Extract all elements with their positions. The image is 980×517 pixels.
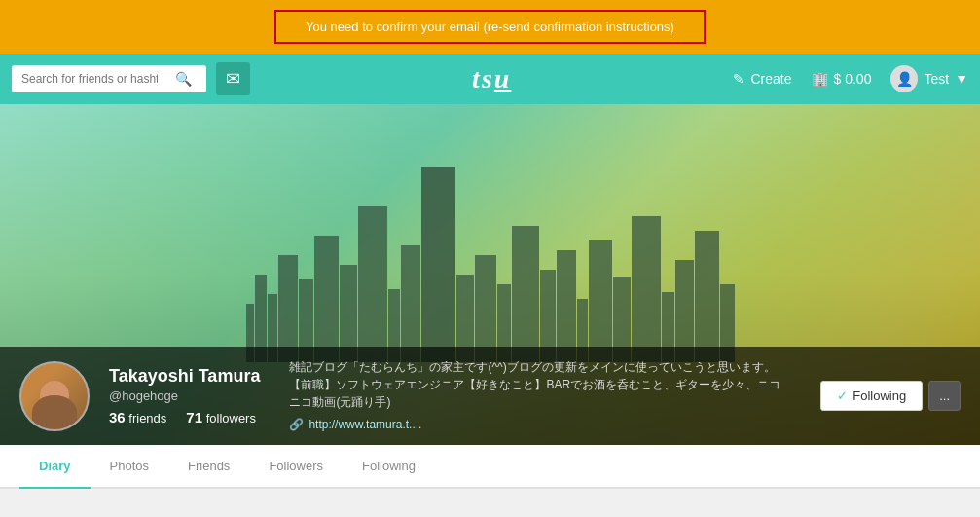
followers-count: 71: [186, 409, 202, 425]
create-label: Create: [750, 71, 791, 87]
friends-count: 36: [109, 409, 126, 425]
link-icon: 🔗: [289, 416, 304, 433]
building: [589, 240, 612, 362]
profile-link[interactable]: 🔗 http://www.tamura.t....: [289, 416, 791, 433]
tab-following[interactable]: Following: [343, 445, 435, 489]
chat-icon: ✉: [226, 69, 240, 89]
tab-friends[interactable]: Friends: [168, 445, 249, 489]
follow-label: Following: [853, 388, 906, 403]
search-container: 🔍: [12, 65, 206, 92]
create-icon: ✎: [733, 71, 744, 87]
avatar-inner: [21, 363, 88, 429]
tab-following-label: Following: [362, 459, 416, 473]
email-banner-message[interactable]: You need to confirm your email (re-send …: [274, 10, 706, 44]
search-button[interactable]: 🔍: [167, 65, 200, 92]
tab-followers[interactable]: Followers: [249, 445, 343, 489]
link-url: http://www.tamura.t....: [309, 416, 421, 433]
chevron-down-icon: ▼: [955, 71, 968, 87]
building: [314, 236, 339, 362]
profile-actions: ✓ Following ...: [820, 381, 961, 411]
profile-info: Takayoshi Tamura @hogehoge 36 friends 71…: [109, 366, 260, 425]
profile-bio-section: 雑記ブログ「たむらんち」の家主です(^^)ブログの更新をメインに使っていこうと思…: [279, 358, 801, 433]
tab-photos-label: Photos: [110, 459, 149, 473]
building: [358, 206, 387, 362]
more-label: ...: [939, 388, 950, 403]
building: [401, 245, 420, 362]
followers-label: followers: [206, 411, 256, 425]
email-banner: You need to confirm your email (re-send …: [0, 0, 980, 54]
profile-bar: Takayoshi Tamura @hogehoge 36 friends 71…: [0, 347, 980, 445]
avatar: 👤: [890, 65, 918, 92]
building-empire-state: [421, 167, 455, 362]
navbar: 🔍 ✉ tsu ✎ Create 🏢 $ 0.00 👤 Test ▼: [0, 54, 980, 104]
logo-text: tsu: [472, 63, 511, 93]
username-label: Test: [924, 71, 949, 87]
tab-friends-label: Friends: [188, 459, 230, 473]
friends-label: friends: [128, 411, 166, 425]
user-icon: 👤: [896, 71, 913, 87]
nav-right: ✎ Create 🏢 $ 0.00 👤 Test ▼: [733, 65, 968, 92]
friends-stat: 36 friends: [109, 409, 166, 425]
tab-photos[interactable]: Photos: [91, 445, 168, 489]
profile-cover: Takayoshi Tamura @hogehoge 36 friends 71…: [0, 104, 980, 445]
building: [632, 216, 661, 362]
skyline: [0, 148, 980, 362]
checkmark-icon: ✓: [837, 388, 848, 403]
follow-button[interactable]: ✓ Following: [820, 381, 923, 411]
profile-name: Takayoshi Tamura: [109, 366, 260, 387]
followers-stat: 71 followers: [186, 409, 256, 425]
profile-avatar: [19, 361, 90, 431]
building: [512, 226, 539, 362]
profile-stats: 36 friends 71 followers: [109, 409, 260, 425]
search-icon: 🔍: [175, 71, 192, 87]
create-button[interactable]: ✎ Create: [733, 71, 791, 87]
profile-handle: @hogehoge: [109, 388, 260, 403]
bank-button[interactable]: 🏢 $ 0.00: [812, 71, 872, 87]
bio-text: 雑記ブログ「たむらんち」の家主です(^^)ブログの更新をメインに使っていこうと思…: [289, 358, 791, 411]
avatar-body: [32, 395, 77, 429]
search-input[interactable]: [12, 66, 167, 92]
tab-diary[interactable]: Diary: [19, 445, 91, 489]
email-banner-text: You need to confirm your email (re-send …: [306, 19, 674, 34]
site-logo: tsu: [250, 63, 733, 94]
bank-balance: $ 0.00: [834, 71, 872, 87]
building: [695, 231, 719, 362]
profile-tabs: Diary Photos Friends Followers Following: [0, 445, 980, 489]
tab-followers-label: Followers: [269, 459, 323, 473]
tab-diary-label: Diary: [39, 459, 71, 473]
chat-button[interactable]: ✉: [216, 62, 250, 95]
user-menu[interactable]: 👤 Test ▼: [890, 65, 968, 92]
bank-icon: 🏢: [812, 71, 828, 87]
more-options-button[interactable]: ...: [928, 381, 961, 411]
building: [557, 250, 576, 362]
avatar-person: [35, 376, 75, 428]
